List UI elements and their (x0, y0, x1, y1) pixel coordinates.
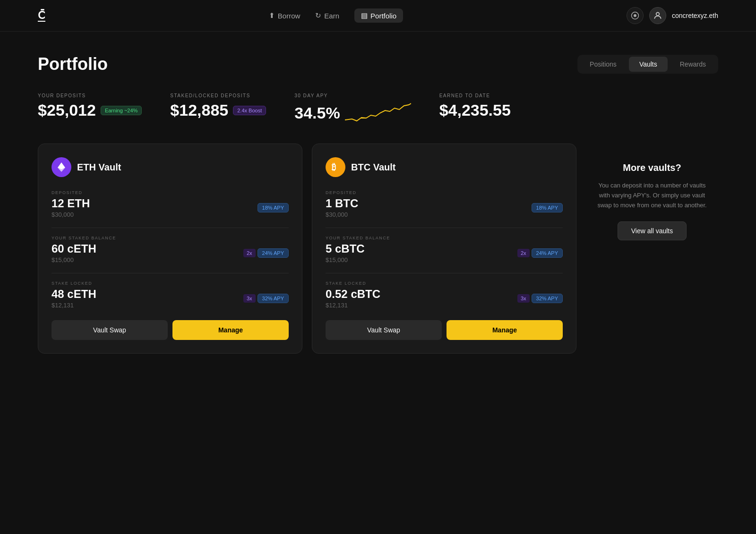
eth-deposited-usd: $30,000 (52, 211, 90, 218)
page-title: Portfolio (38, 54, 108, 74)
eth-deposited-amount: 12 ETH (52, 197, 90, 210)
btc-locked-row: 0.52 cBTC $12,131 3x 32% APY (326, 288, 563, 309)
btc-staked-amount: 5 cBTC (326, 242, 365, 255)
btc-vault-card: ₿ BTC Vault DEPOSITED 1 BTC $30,000 18% … (312, 144, 576, 354)
btc-locked-multiplier: 3x (517, 294, 530, 303)
btc-deposited-section: DEPOSITED 1 BTC $30,000 18% APY (326, 190, 563, 218)
svg-point-1 (634, 14, 636, 17)
earned-value: $4,235.55 (439, 101, 511, 119)
eth-vault-header: ETH Vault (52, 157, 289, 177)
tab-rewards[interactable]: Rewards (670, 57, 716, 72)
deposits-value-row: $25,012 Earning ~24% (38, 101, 142, 119)
btc-deposited-apy: 18% APY (532, 203, 563, 212)
eth-deposited-apy: 18% APY (258, 203, 289, 212)
btc-locked-label: STAKE LOCKED (326, 281, 563, 286)
eth-vault-icon (52, 157, 71, 177)
staked-label: STAKED/LOCKED DEPOSITS (170, 93, 266, 98)
main-content: Portfolio Positions Vaults Rewards YOUR … (0, 32, 756, 376)
btc-locked-section: STAKE LOCKED 0.52 cBTC $12,131 3x 32% AP… (326, 281, 563, 309)
nav-borrow[interactable]: ⬆ Borrow (269, 11, 301, 20)
eth-locked-section: STAKE LOCKED 48 cETH $12,131 3x 32% APY (52, 281, 289, 309)
btc-vault-actions: Vault Swap Manage (326, 320, 563, 340)
navbar: C̄ ⬆ Borrow ↻ Earn ▤ Portfolio conc (0, 0, 756, 32)
stat-deposits: YOUR DEPOSITS $25,012 Earning ~24% (38, 93, 142, 119)
vault-grid: ETH Vault DEPOSITED 12 ETH $30,000 18% A… (38, 144, 718, 354)
btc-staked-badges: 2x 24% APY (517, 248, 563, 258)
username-label: concretexyz.eth (672, 12, 718, 19)
nav-earn[interactable]: ↻ Earn (315, 11, 339, 20)
btc-staked-row: 5 cBTC $15,000 2x 24% APY (326, 242, 563, 263)
staked-value-row: $12,885 2.4x Boost (170, 101, 266, 119)
btc-vault-manage-button[interactable]: Manage (447, 320, 563, 340)
btc-vault-name: BTC Vault (351, 162, 395, 173)
apy-value-row: 34.5% (294, 101, 411, 125)
btc-vault-swap-button[interactable]: Vault Swap (326, 320, 442, 340)
stat-staked: STAKED/LOCKED DEPOSITS $12,885 2.4x Boos… (170, 93, 266, 119)
eth-deposited-label: DEPOSITED (52, 190, 289, 195)
earn-icon: ↻ (315, 11, 321, 20)
btc-deposited-usd: $30,000 (326, 211, 358, 218)
nav-portfolio[interactable]: ▤ Portfolio (354, 8, 403, 23)
eth-divider-2 (52, 273, 289, 273)
eth-vault-actions: Vault Swap Manage (52, 320, 289, 340)
deposits-value: $25,012 (38, 101, 96, 119)
btc-divider-2 (326, 273, 563, 273)
eth-deposited-section: DEPOSITED 12 ETH $30,000 18% APY (52, 190, 289, 218)
eth-locked-multiplier: 3x (243, 294, 256, 303)
btc-deposited-row: 1 BTC $30,000 18% APY (326, 197, 563, 218)
eth-staked-badges: 2x 24% APY (243, 248, 289, 258)
stat-apy: 30 DAY APY 34.5% (294, 93, 411, 125)
page-header: Portfolio Positions Vaults Rewards (38, 54, 718, 74)
more-vaults-description: You can deposit into a number of vaults … (597, 181, 707, 210)
btc-staked-section: YOUR STAKED BALANCE 5 cBTC $15,000 2x 24… (326, 236, 563, 263)
apy-chart (345, 101, 411, 125)
eth-vault-name: ETH Vault (77, 162, 121, 173)
eth-staked-row: 60 cETH $15,000 2x 24% APY (52, 242, 289, 263)
tab-group: Positions Vaults Rewards (577, 55, 718, 74)
apy-label: 30 DAY APY (294, 93, 411, 98)
eth-staked-apy: 24% APY (258, 248, 289, 258)
eth-locked-row: 48 cETH $12,131 3x 32% APY (52, 288, 289, 309)
eth-staked-usd: $15,000 (52, 256, 96, 263)
btc-staked-label: YOUR STAKED BALANCE (326, 236, 563, 240)
btc-locked-usd: $12,131 (326, 302, 380, 309)
user-avatar[interactable] (649, 7, 666, 24)
apy-value: 34.5% (294, 104, 340, 122)
logo[interactable]: C̄ (38, 9, 45, 22)
nav-links: ⬆ Borrow ↻ Earn ▤ Portfolio (269, 8, 403, 23)
svg-point-2 (656, 12, 660, 16)
btc-deposited-amount: 1 BTC (326, 197, 358, 210)
btc-staked-multiplier: 2x (517, 249, 530, 257)
nav-user-area: concretexyz.eth (627, 7, 718, 24)
view-all-vaults-button[interactable]: View all vaults (618, 221, 687, 240)
more-vaults-title: More vaults? (623, 162, 681, 173)
eth-vault-swap-button[interactable]: Vault Swap (52, 320, 168, 340)
btc-vault-header: ₿ BTC Vault (326, 157, 563, 177)
btc-deposited-label: DEPOSITED (326, 190, 563, 195)
btc-locked-amount: 0.52 cBTC (326, 288, 380, 301)
notification-icon[interactable] (627, 7, 644, 24)
eth-locked-usd: $12,131 (52, 302, 96, 309)
borrow-icon: ⬆ (269, 11, 275, 20)
staked-value: $12,885 (170, 101, 228, 119)
btc-locked-badges: 3x 32% APY (517, 294, 563, 303)
eth-staked-label: YOUR STAKED BALANCE (52, 236, 289, 240)
eth-divider-1 (52, 228, 289, 228)
eth-staked-multiplier: 2x (243, 249, 256, 257)
eth-locked-badges: 3x 32% APY (243, 294, 289, 303)
earned-label: EARNED TO DATE (439, 93, 511, 98)
eth-vault-manage-button[interactable]: Manage (172, 320, 289, 340)
portfolio-icon: ▤ (361, 11, 368, 20)
earned-value-row: $4,235.55 (439, 101, 511, 119)
btc-locked-apy: 32% APY (532, 294, 563, 303)
eth-staked-section: YOUR STAKED BALANCE 60 cETH $15,000 2x 2… (52, 236, 289, 263)
svg-text:₿: ₿ (332, 162, 336, 172)
staked-badge: 2.4x Boost (233, 106, 266, 115)
deposits-badge: Earning ~24% (101, 106, 142, 115)
stat-earned: EARNED TO DATE $4,235.55 (439, 93, 511, 119)
btc-staked-apy: 24% APY (532, 248, 563, 258)
btc-vault-icon: ₿ (326, 157, 345, 177)
tab-vaults[interactable]: Vaults (629, 57, 668, 72)
eth-staked-amount: 60 cETH (52, 242, 96, 255)
tab-positions[interactable]: Positions (579, 57, 627, 72)
